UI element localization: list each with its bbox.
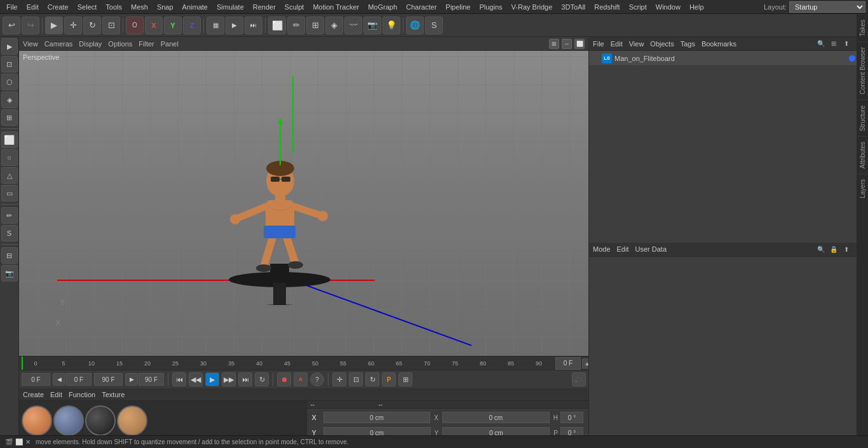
viewport-menu-view[interactable]: View [23,40,38,48]
viewport-menu-display[interactable]: Display [79,40,102,48]
object-mode-button[interactable]: O [126,17,144,34]
x-pos-input[interactable] [323,412,431,423]
attr-menu-edit[interactable]: Edit [617,245,629,253]
cylinder-create-button[interactable]: ▭ [1,185,18,201]
status-camera-icon[interactable]: 🎬 [5,438,13,445]
model-mode-button[interactable]: ▶ [1,38,18,55]
attr-menu-mode[interactable]: Mode [593,245,611,253]
next-frame-button[interactable]: ▶▶ [222,372,236,386]
menu-3dtoall[interactable]: 3DToAll [557,2,589,12]
move-tool-button[interactable]: ✛ [64,17,82,34]
pen-create-button[interactable]: ✏ [1,207,18,224]
smooth-button[interactable]: S [1,225,18,241]
render-full-button[interactable]: ⏭ [245,17,262,34]
shader-button[interactable]: S [425,17,443,34]
prev-frame-button[interactable]: ◀◀ [189,372,203,386]
texture-mode-button[interactable]: ⬡ [1,74,18,90]
select-mode-button[interactable]: ▶ [45,17,63,34]
scene-manager-button[interactable]: 🌐 [406,17,424,34]
x-axis-button[interactable]: X [145,17,163,34]
menu-plugins[interactable]: Plugins [475,2,506,12]
start-frame-input[interactable]: 0 F [22,373,50,386]
z-axis-button[interactable]: Z [183,17,201,34]
cube-create-button[interactable]: ⬜ [1,132,18,148]
side-tab-attributes[interactable]: Attributes [857,136,868,173]
menu-mesh[interactable]: Mesh [127,2,152,12]
record-button[interactable]: ⏺ [277,372,291,386]
menu-select[interactable]: Select [74,2,101,12]
key-help-button[interactable]: ? [310,372,324,386]
y-axis-button[interactable]: Y [164,17,182,34]
deform-button[interactable]: ⊞ [306,17,324,34]
motion-key-button[interactable]: ✛ [332,372,346,386]
floor-button[interactable]: ⊟ [1,247,18,264]
pen-button[interactable]: ✏ [287,17,305,34]
ik-key-button[interactable]: P [382,372,396,386]
menu-vray[interactable]: V-Ray Bridge [508,2,557,12]
mat-menu-edit[interactable]: Edit [50,391,62,398]
loop-button[interactable]: ↻ [255,372,269,386]
objects-search-icon[interactable]: 🔍 [816,39,826,49]
side-tab-content-browser[interactable]: Content Browser [857,41,868,99]
field-button[interactable]: ◈ [325,17,343,34]
menu-script[interactable]: Script [625,2,651,12]
menu-simulate[interactable]: Simulate [213,2,248,12]
undo-button[interactable]: ↩ [3,17,20,34]
menu-animate[interactable]: Animate [179,2,212,12]
viewport[interactable]: View Cameras Display Options Filter Pane… [19,37,588,356]
ik-button[interactable]: ⊞ [1,109,18,126]
menu-mograph[interactable]: MoGraph [364,2,401,12]
side-tab-layers[interactable]: Layers [857,173,868,203]
menu-help[interactable]: Help [686,2,708,12]
menu-redshift[interactable]: Redshift [590,2,623,12]
frame-up-button[interactable]: ▲ [582,358,588,369]
timeline-cam-button[interactable]: 🎥 [572,372,586,386]
obj-menu-objects[interactable]: Objects [650,40,674,48]
play-button[interactable]: ▶ [205,372,219,386]
menu-motion-tracker[interactable]: Motion Tracker [309,2,363,12]
obj-menu-view[interactable]: View [629,40,644,48]
prev-frame-step-button[interactable]: ◀ [53,373,65,386]
side-tab-takes[interactable]: Takes [857,14,868,41]
attr-expand-icon[interactable]: ⬆ [841,244,851,254]
light-button[interactable]: 💡 [383,17,400,34]
menu-edit[interactable]: Edit [23,2,43,12]
viewport-menu-panel[interactable]: Panel [161,40,179,48]
status-minimize-icon[interactable]: ⬜ [15,438,23,445]
goto-start-button[interactable]: ⏮ [172,372,186,386]
sphere-create-button[interactable]: ○ [1,149,18,166]
sculpt-mode-button[interactable]: ◈ [1,92,18,108]
menu-tools[interactable]: Tools [102,2,126,12]
object-row-man[interactable]: L0 Man_on_Fliteboard [589,51,868,66]
menu-character[interactable]: Character [402,2,440,12]
obj-menu-edit[interactable]: Edit [611,40,623,48]
end-frame-input[interactable]: 90 F [94,373,123,386]
grid-key-button[interactable]: ⊞ [398,372,412,386]
attr-menu-userdata[interactable]: User Data [635,245,667,253]
attr-search-icon[interactable]: 🔍 [816,244,826,254]
menu-window[interactable]: Window [652,2,684,12]
viewport-menu-filter[interactable]: Filter [139,40,154,48]
viewport-canvas[interactable]: Perspective Y X [19,51,588,356]
objects-expand-icon[interactable]: ⬆ [841,39,851,49]
render-region-button[interactable]: ▦ [207,17,224,34]
x-rot-input[interactable] [442,412,550,423]
viewport-ctrl-1[interactable]: ⊞ [549,39,559,49]
preview-step-button[interactable]: ▶ [125,373,138,386]
menu-sculpt[interactable]: Sculpt [281,2,308,12]
rotate-key-button[interactable]: ↻ [365,372,379,386]
scale-key-button[interactable]: ⊡ [349,372,363,386]
h-input[interactable] [560,412,583,423]
obj-menu-bookmarks[interactable]: Bookmarks [702,40,736,48]
menu-snap[interactable]: Snap [153,2,177,12]
obj-menu-tags[interactable]: Tags [681,40,695,48]
layout-dropdown[interactable]: Startup [789,1,865,13]
goto-end-button[interactable]: ⏭ [238,372,252,386]
object-dot-blue[interactable] [849,55,855,62]
status-close-icon[interactable]: ✕ [25,438,31,445]
viewport-menu-cameras[interactable]: Cameras [44,40,73,48]
timeline-ruler[interactable]: 0 5 10 15 20 25 30 35 40 45 50 55 60 65 … [19,356,588,370]
rotate-tool-button[interactable]: ↻ [83,17,101,34]
spline-button[interactable]: 〰 [344,17,362,34]
frame-display-input[interactable] [555,357,581,370]
